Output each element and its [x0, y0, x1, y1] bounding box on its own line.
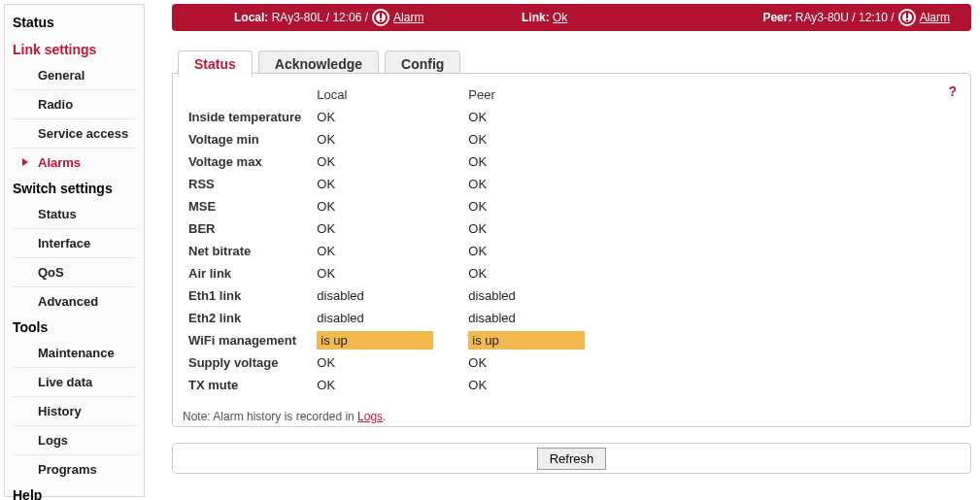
- sidebar: Status Link settings General Radio Servi…: [4, 4, 145, 497]
- cell-peer: OK: [460, 374, 612, 396]
- note: Note: Alarm history is recorded in Logs.: [183, 410, 970, 423]
- status-panel: ? Local Peer Inside temperatureOKOKVolta…: [172, 73, 971, 427]
- cell-peer: OK: [460, 217, 612, 240]
- nav-logs[interactable]: Logs: [5, 428, 144, 452]
- cell-peer: disabled: [460, 307, 612, 329]
- nav-link-settings[interactable]: Link settings: [5, 36, 144, 63]
- row-label: Net bitrate: [181, 240, 309, 262]
- nav-maintenance[interactable]: Maintenance: [5, 341, 144, 365]
- nav-live-data[interactable]: Live data: [5, 370, 144, 394]
- nav-history[interactable]: History: [5, 399, 144, 423]
- row-label: WiFi management: [181, 329, 309, 351]
- cell-peer: OK: [460, 262, 612, 284]
- nav-programs[interactable]: Programs: [5, 457, 144, 482]
- cell-peer: disabled: [460, 284, 612, 307]
- nav-service-access[interactable]: Service access: [5, 121, 144, 146]
- cell-local: OK: [309, 150, 460, 173]
- cell-peer: is up: [460, 329, 612, 351]
- alarm-icon[interactable]: [898, 9, 916, 26]
- nav-status[interactable]: Status: [5, 9, 144, 36]
- statusbar-peer: Peer: RAy3-80U / 12:10 / Alarm: [762, 9, 950, 26]
- statusbar-peer-alarm-link[interactable]: Alarm: [920, 11, 950, 24]
- row-label: RSS: [181, 173, 309, 195]
- statusbar-link-label: Link:: [522, 11, 550, 24]
- table-row: Inside temperatureOKOK: [181, 106, 612, 128]
- help-icon[interactable]: ?: [948, 83, 957, 99]
- row-label: Voltage max: [181, 150, 309, 173]
- note-logs-link[interactable]: Logs: [357, 410, 383, 423]
- cell-peer: OK: [460, 240, 612, 262]
- nav-tools[interactable]: Tools: [5, 314, 144, 341]
- cell-local: disabled: [309, 284, 460, 307]
- status-table: Local Peer Inside temperatureOKOKVoltage…: [181, 83, 612, 396]
- row-label: Eth2 link: [181, 307, 309, 329]
- cell-peer: OK: [460, 106, 612, 128]
- table-row: MSEOKOK: [181, 195, 612, 217]
- nav-radio[interactable]: Radio: [5, 92, 144, 117]
- table-row: RSSOKOK: [181, 173, 612, 195]
- statusbar-local-label: Local:: [234, 11, 268, 24]
- row-label: BER: [181, 217, 309, 240]
- cell-peer: OK: [460, 173, 612, 195]
- row-label: TX mute: [181, 374, 309, 396]
- table-row: Eth1 linkdisableddisabled: [181, 284, 612, 307]
- nav-advanced[interactable]: Advanced: [5, 289, 144, 314]
- cell-peer: OK: [460, 150, 612, 173]
- nav-general[interactable]: General: [5, 63, 144, 87]
- cell-local: OK: [309, 128, 460, 150]
- note-text: Note: Alarm history is recorded in: [183, 410, 357, 423]
- nav-interface[interactable]: Interface: [5, 231, 144, 255]
- col-local: Local: [309, 83, 460, 106]
- note-suffix: .: [383, 410, 386, 423]
- cell-local: disabled: [309, 307, 460, 329]
- table-row: Eth2 linkdisableddisabled: [181, 307, 612, 329]
- table-row: Voltage minOKOK: [181, 128, 612, 150]
- statusbar-local-alarm-link[interactable]: Alarm: [393, 11, 423, 24]
- cell-peer: OK: [460, 195, 612, 217]
- table-row: Supply voltageOKOK: [181, 351, 612, 374]
- table-row: Voltage maxOKOK: [181, 150, 612, 173]
- row-label: Eth1 link: [181, 284, 309, 307]
- table-row: WiFi managementis upis up: [181, 329, 612, 351]
- cell-peer: OK: [460, 128, 612, 150]
- col-peer: Peer: [460, 83, 612, 106]
- row-label: Air link: [181, 262, 309, 284]
- statusbar-peer-label: Peer:: [762, 11, 792, 24]
- table-row: TX muteOKOK: [181, 374, 612, 396]
- nav-switch-settings[interactable]: Switch settings: [5, 175, 144, 202]
- table-row: BEROKOK: [181, 217, 612, 240]
- cell-local: OK: [309, 351, 460, 374]
- statusbar-link-value[interactable]: Ok: [553, 11, 567, 24]
- statusbar-peer-value: RAy3-80U / 12:10 /: [795, 11, 895, 24]
- nav-qos[interactable]: QoS: [5, 260, 144, 284]
- cell-local: OK: [309, 262, 460, 284]
- row-label: Inside temperature: [181, 106, 309, 128]
- statusbar-link: Link: Ok: [522, 11, 567, 24]
- row-label: Supply voltage: [181, 351, 309, 374]
- statusbar-local-value: RAy3-80L / 12:06 /: [272, 11, 368, 24]
- table-row: Air linkOKOK: [181, 262, 612, 284]
- cell-local: OK: [309, 173, 460, 195]
- table-row: Net bitrateOKOK: [181, 240, 612, 262]
- cell-local: OK: [309, 374, 460, 396]
- nav-help[interactable]: Help: [5, 482, 144, 500]
- alarm-icon[interactable]: [372, 9, 389, 26]
- cell-local: OK: [309, 240, 460, 262]
- status-bar: Local: RAy3-80L / 12:06 / Alarm Link: Ok…: [172, 4, 971, 31]
- refresh-bar: Refresh: [172, 443, 971, 474]
- cell-local: OK: [309, 195, 460, 217]
- row-label: MSE: [181, 195, 309, 217]
- statusbar-local: Local: RAy3-80L / 12:06 / Alarm: [234, 9, 423, 26]
- refresh-button[interactable]: Refresh: [537, 448, 607, 470]
- nav-alarms[interactable]: Alarms: [5, 150, 144, 175]
- cell-local: OK: [309, 106, 460, 128]
- nav-switch-status[interactable]: Status: [5, 202, 144, 226]
- cell-local: is up: [309, 329, 460, 351]
- cell-peer: OK: [460, 351, 612, 374]
- row-label: Voltage min: [181, 128, 309, 150]
- cell-local: OK: [309, 217, 460, 240]
- tab-status[interactable]: Status: [178, 50, 253, 77]
